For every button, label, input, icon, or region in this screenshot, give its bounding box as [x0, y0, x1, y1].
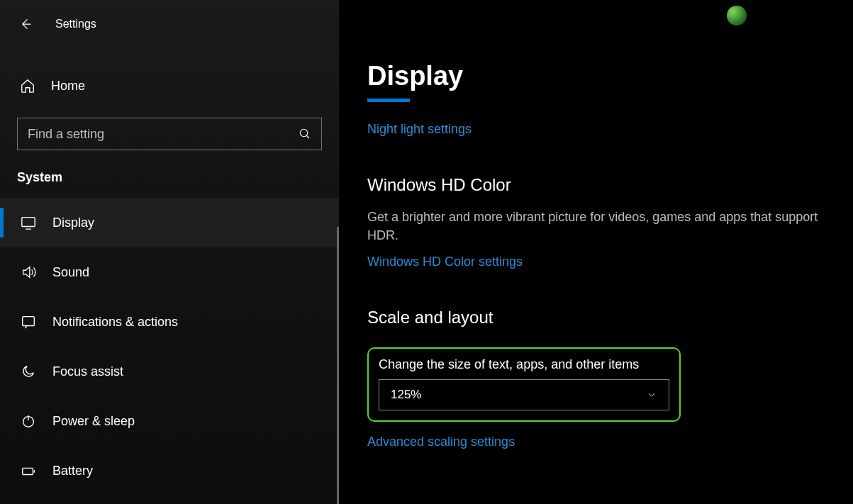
chevron-down-icon: [646, 389, 657, 401]
category-label: System: [0, 150, 339, 198]
sidebar-item-focus-assist[interactable]: Focus assist: [0, 347, 339, 396]
sidebar-item-sound[interactable]: Sound: [0, 247, 339, 297]
main-content: Display Night light settings Windows HD …: [339, 0, 853, 504]
sidebar-item-battery[interactable]: Battery: [0, 446, 339, 495]
sidebar-item-power-sleep[interactable]: Power & sleep: [0, 396, 339, 446]
arrow-left-icon: [18, 17, 33, 31]
back-button[interactable]: [17, 16, 34, 33]
search-box[interactable]: [17, 118, 322, 150]
home-icon: [20, 78, 35, 94]
titlebar: Settings: [0, 10, 339, 38]
sidebar-item-label: Display: [52, 215, 94, 230]
svg-rect-1: [22, 218, 35, 227]
scale-field-label: Change the size of text, apps, and other…: [379, 357, 669, 372]
scale-heading: Scale and layout: [367, 308, 825, 327]
power-icon: [21, 413, 36, 429]
svg-rect-2: [23, 317, 35, 326]
advanced-scaling-link[interactable]: Advanced scaling settings: [367, 435, 825, 449]
accent-bar: [367, 99, 410, 102]
sidebar-item-label: Focus assist: [52, 364, 123, 379]
hd-color-heading: Windows HD Color: [367, 175, 825, 195]
scale-dropdown[interactable]: 125%: [379, 379, 669, 410]
window-title: Settings: [55, 18, 96, 30]
sidebar-item-label: Battery: [52, 464, 93, 478]
sidebar-item-label: Notifications & actions: [52, 315, 178, 330]
svg-point-0: [300, 129, 308, 137]
sidebar-item-label: Power & sleep: [52, 414, 135, 429]
sidebar-item-notifications[interactable]: Notifications & actions: [0, 297, 339, 347]
hd-color-settings-link[interactable]: Windows HD Color settings: [367, 254, 523, 269]
home-label: Home: [51, 79, 85, 94]
sidebar-item-label: Sound: [52, 265, 89, 280]
search-icon: [299, 128, 311, 140]
speaker-icon: [21, 264, 36, 280]
hd-color-desc: Get a brighter and more vibrant picture …: [367, 208, 825, 245]
sidebar-item-display[interactable]: Display: [0, 198, 339, 247]
chat-icon: [21, 314, 36, 330]
highlight-box: Change the size of text, apps, and other…: [367, 347, 681, 422]
monitor-icon: [21, 215, 36, 230]
night-light-settings-link[interactable]: Night light settings: [367, 122, 472, 137]
search-input[interactable]: [28, 127, 299, 142]
scale-value: 125%: [391, 388, 421, 402]
sidebar: Settings Home System Display Sound Notif…: [0, 0, 339, 504]
page-title: Display: [367, 61, 825, 91]
avatar[interactable]: [727, 6, 747, 26]
battery-icon: [21, 463, 36, 478]
home-nav[interactable]: Home: [0, 67, 339, 105]
moon-icon: [21, 364, 36, 379]
svg-rect-4: [23, 468, 33, 474]
